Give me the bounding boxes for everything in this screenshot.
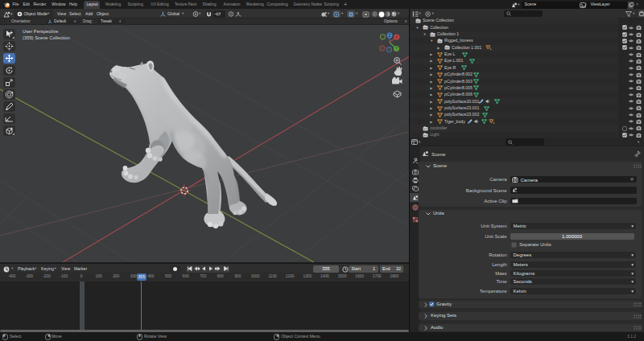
svg-text:Z: Z — [389, 34, 391, 38]
svg-text:Y: Y — [395, 47, 398, 51]
svg-text:X: X — [395, 35, 398, 39]
